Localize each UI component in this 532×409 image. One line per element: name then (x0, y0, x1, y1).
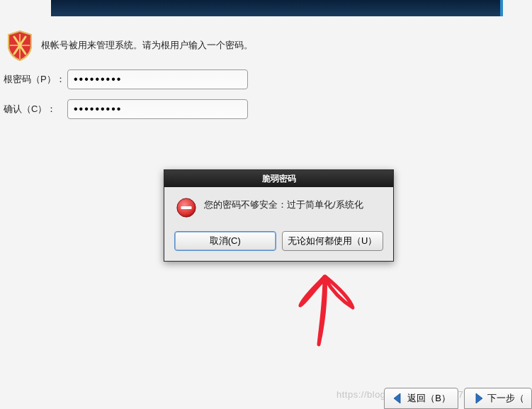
next-button-label: 下一步（ (487, 392, 524, 405)
back-button[interactable]: 返回（B） (384, 388, 458, 409)
cancel-button[interactable]: 取消(C) (174, 231, 276, 251)
root-shield-icon (6, 30, 34, 61)
next-button[interactable]: 下一步（ (464, 388, 532, 409)
wizard-nav: 返回（B） 下一步（ (384, 388, 532, 409)
header-row: 根帐号被用来管理系统。请为根用户输入一个密码。 (6, 30, 253, 61)
arrow-left-icon (392, 392, 404, 405)
use-anyway-button[interactable]: 无论如何都使用（U） (282, 231, 384, 251)
password-label: 根密码（P）： (4, 73, 67, 86)
confirm-password-input[interactable] (67, 99, 248, 119)
error-icon (176, 197, 197, 218)
dialog-message: 您的密码不够安全：过于简单化/系统化 (204, 197, 363, 211)
dialog-title: 脆弱密码 (164, 170, 393, 187)
password-form: 根密码（P）： 确认（C）： (4, 69, 248, 119)
svg-rect-1 (181, 206, 192, 209)
dialog-body: 您的密码不够安全：过于简单化/系统化 (164, 187, 393, 227)
top-banner (51, 0, 503, 16)
dialog-button-row: 取消(C) 无论如何都使用（U） (164, 227, 393, 261)
root-prompt-text: 根帐号被用来管理系统。请为根用户输入一个密码。 (41, 39, 253, 52)
confirm-label: 确认（C）： (4, 103, 67, 116)
hand-drawn-arrow (290, 274, 361, 352)
arrow-right-icon (472, 392, 485, 405)
weak-password-dialog: 脆弱密码 您的密码不够安全：过于简单化/系统化 取消(C) 无论如何都使用（U） (164, 169, 394, 262)
root-password-input[interactable] (67, 69, 248, 89)
back-button-label: 返回（B） (407, 392, 451, 405)
